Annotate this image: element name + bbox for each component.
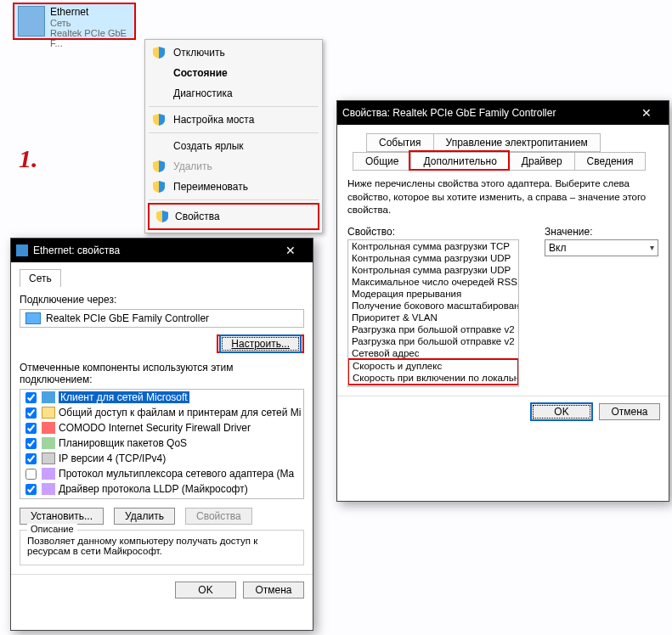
connect-via-field: Realtek PCIe GbE Family Controller bbox=[20, 309, 304, 328]
adapter-icon bbox=[18, 6, 45, 37]
property-item[interactable]: Модерация прерывания bbox=[348, 288, 518, 300]
property-item[interactable]: Контрольная сумма разгрузки UDP bbox=[348, 252, 518, 264]
component-checkbox[interactable] bbox=[25, 407, 37, 419]
components-label: Отмеченные компоненты используются этим … bbox=[20, 362, 304, 385]
tab[interactable]: Управление электропитанием bbox=[433, 133, 601, 152]
components-list[interactable]: Клиент для сетей MicrosoftОбщий доступ к… bbox=[20, 389, 304, 499]
property-list[interactable]: Контрольная сумма разгрузки TCPКонтрольн… bbox=[347, 239, 519, 387]
chevron-down-icon: ▾ bbox=[650, 243, 654, 252]
lldp-icon bbox=[42, 483, 55, 495]
component-row[interactable]: Протокол мультиплексора сетевого адаптер… bbox=[20, 466, 303, 481]
share-icon bbox=[42, 407, 55, 419]
annotation-1: 1. bbox=[19, 144, 38, 173]
install-button[interactable]: Установить... bbox=[20, 508, 104, 525]
configure-highlight: Настроить... bbox=[217, 334, 304, 353]
component-checkbox[interactable] bbox=[25, 423, 37, 434]
shield-icon bbox=[156, 211, 168, 222]
menu-item-label: Настройка моста bbox=[173, 114, 254, 126]
adapter-name: Ethernet bbox=[50, 6, 131, 18]
tab[interactable]: Сведения bbox=[574, 152, 647, 171]
value-select[interactable]: Вкл ▾ bbox=[545, 239, 658, 256]
component-row[interactable]: COMODO Internet Security Firewall Driver bbox=[20, 420, 303, 436]
separator bbox=[149, 106, 319, 107]
configure-button[interactable]: Настроить... bbox=[220, 335, 301, 352]
properties-highlight: Свойства bbox=[148, 203, 319, 230]
property-item[interactable]: Приоритет & VLAN bbox=[348, 312, 518, 323]
menu-item-label: Диагностика bbox=[173, 87, 233, 99]
component-row[interactable]: Клиент для сетей Microsoft bbox=[20, 390, 303, 405]
component-row[interactable]: IP версии 4 (TCP/IPv4) bbox=[20, 451, 303, 466]
adapter-text: Ethernet Сеть Realtek PCIe GbE F... bbox=[50, 6, 131, 37]
menu-item: Удалить bbox=[148, 156, 319, 177]
close-button[interactable]: ✕ bbox=[274, 239, 308, 262]
speed-properties-highlight: Скорость и дуплексСкорость при включении… bbox=[347, 358, 519, 385]
property-item[interactable]: Разгрузка при большой отправке v2 bbox=[348, 323, 518, 335]
property-item[interactable]: Максимальное число очередей RSS bbox=[348, 276, 518, 288]
menu-item-label: Переименовать bbox=[173, 181, 248, 193]
component-row[interactable]: Планировщик пакетов QoS bbox=[20, 436, 303, 451]
fw-icon bbox=[42, 422, 55, 434]
tab[interactable]: События bbox=[366, 133, 434, 152]
menu-item-label: Создать ярлык bbox=[173, 140, 244, 152]
tab[interactable]: Общие bbox=[353, 152, 411, 171]
adapter-advanced-dialog: Свойства: Realtek PCIe GbE Family Contro… bbox=[336, 100, 669, 502]
shield-icon bbox=[153, 114, 165, 126]
component-row[interactable]: Драйвер протокола LLDP (Майкрософт) bbox=[20, 481, 303, 497]
component-checkbox[interactable] bbox=[25, 453, 37, 464]
component-label: Клиент для сетей Microsoft bbox=[59, 391, 189, 403]
shield-icon bbox=[153, 181, 165, 193]
property-item[interactable]: Скорость и дуплекс bbox=[349, 360, 517, 372]
component-properties-button[interactable]: Свойства bbox=[185, 508, 252, 525]
adapter-icon bbox=[25, 312, 41, 324]
menu-item[interactable]: Переименовать bbox=[148, 177, 319, 197]
property-item[interactable]: Сетевой адрес bbox=[348, 347, 518, 359]
component-label: IP версии 4 (TCP/IPv4) bbox=[59, 452, 166, 464]
component-checkbox[interactable] bbox=[25, 484, 37, 495]
tab[interactable]: Драйвер bbox=[509, 152, 575, 171]
intro-text: Ниже перечислены свойства этого адаптера… bbox=[347, 177, 658, 217]
ok-button[interactable]: OK bbox=[175, 582, 236, 598]
cancel-button[interactable]: Отмена bbox=[599, 403, 660, 420]
adapter-device: Realtek PCIe GbE F... bbox=[50, 28, 131, 48]
dialog-titlebar[interactable]: Свойства: Realtek PCIe GbE Family Contro… bbox=[337, 101, 669, 125]
component-checkbox[interactable] bbox=[25, 438, 37, 449]
property-item[interactable]: Скорость при включении по локальн bbox=[349, 372, 517, 384]
adapter-status: Сеть bbox=[50, 18, 131, 28]
menu-item-label: Отключить bbox=[173, 47, 225, 59]
tab-network[interactable]: Сеть bbox=[20, 269, 61, 287]
menu-item[interactable]: Отключить bbox=[148, 42, 319, 63]
menu-item[interactable]: Создать ярлык bbox=[148, 136, 319, 156]
component-checkbox[interactable] bbox=[25, 469, 37, 480]
value-selected: Вкл bbox=[549, 242, 566, 254]
net-icon bbox=[42, 391, 55, 403]
description-text: Позволяет данному компьютеру получать до… bbox=[27, 536, 296, 556]
property-item[interactable]: Разгрузка при большой отправке v2 bbox=[348, 335, 518, 347]
property-item[interactable]: Получение бокового масштабирования bbox=[348, 300, 518, 312]
menu-item[interactable]: Свойства bbox=[151, 206, 316, 227]
tabs: Сеть bbox=[20, 269, 304, 287]
property-item[interactable]: Контрольная сумма разгрузки TCP bbox=[348, 240, 518, 252]
separator bbox=[149, 199, 319, 200]
dialog-title: Свойства: Realtek PCIe GbE Family Contro… bbox=[342, 107, 556, 119]
connect-via-value: Realtek PCIe GbE Family Controller bbox=[46, 312, 209, 324]
close-button[interactable]: ✕ bbox=[630, 101, 664, 125]
adapter-context-menu: ОтключитьСостояниеДиагностикаНастройка м… bbox=[144, 39, 323, 233]
remove-button[interactable]: Удалить bbox=[114, 508, 175, 525]
dialog-title: Ethernet: свойства bbox=[33, 244, 120, 256]
component-row[interactable]: Общий доступ к файлам и принтерам для се… bbox=[20, 405, 303, 420]
menu-item[interactable]: Диагностика bbox=[148, 83, 319, 104]
menu-item[interactable]: Состояние bbox=[148, 63, 319, 83]
adapter-icon bbox=[16, 244, 28, 256]
property-item[interactable]: Контрольная сумма разгрузки UDP bbox=[348, 264, 518, 276]
qos-icon bbox=[42, 437, 55, 449]
menu-item-label: Состояние bbox=[173, 67, 228, 79]
menu-item[interactable]: Настройка моста bbox=[148, 110, 319, 130]
ok-button[interactable]: OK bbox=[531, 403, 592, 420]
property-item[interactable]: Управление потоком bbox=[348, 385, 518, 387]
dialog-titlebar[interactable]: Ethernet: свойства ✕ bbox=[11, 239, 313, 262]
network-adapter-tile[interactable]: Ethernet Сеть Realtek PCIe GbE F... bbox=[13, 3, 136, 40]
description-group: Описание Позволяет данному компьютеру по… bbox=[20, 530, 304, 565]
component-label: Планировщик пакетов QoS bbox=[59, 437, 187, 449]
component-checkbox[interactable] bbox=[25, 392, 37, 403]
cancel-button[interactable]: Отмена bbox=[243, 582, 304, 598]
